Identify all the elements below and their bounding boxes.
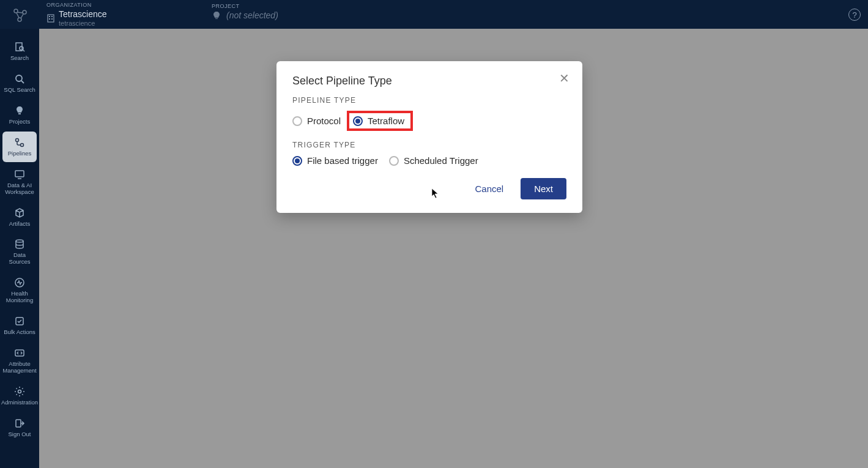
sidebar-item-projects[interactable]: Projects xyxy=(2,100,37,130)
radio-selected-icon xyxy=(353,116,363,126)
sidebar-item-label: Artifacts xyxy=(9,221,30,228)
svg-line-13 xyxy=(23,50,24,51)
pipeline-type-options: Protocol Tetraflow xyxy=(292,111,566,131)
modal-title: Select Pipeline Type xyxy=(292,75,566,87)
pipeline-type-protocol[interactable]: Protocol xyxy=(292,116,341,126)
close-icon: ✕ xyxy=(559,71,569,86)
lightbulb-icon xyxy=(212,10,221,20)
heart-pulse-icon xyxy=(13,277,26,289)
left-sidebar: Search SQL Search Projects Pipelines Dat… xyxy=(0,29,39,468)
radio-label: Protocol xyxy=(307,116,341,126)
svg-rect-8 xyxy=(51,16,53,17)
logo-icon xyxy=(11,6,28,23)
svg-rect-6 xyxy=(48,15,54,22)
sidebar-item-label: Sign Out xyxy=(9,431,31,438)
sidebar-item-label: Bulk Actions xyxy=(4,329,35,336)
svg-rect-10 xyxy=(51,18,53,20)
pipeline-type-section-label: PIPELINE TYPE xyxy=(292,96,566,105)
signout-icon xyxy=(13,417,26,429)
organization-selector[interactable]: ORGANIZATION Tetrascience tetrascience xyxy=(39,0,114,30)
stack-icon xyxy=(13,238,26,250)
sidebar-item-label: Projects xyxy=(9,119,30,125)
pipeline-type-tetraflow[interactable]: Tetraflow xyxy=(353,116,404,126)
help-button[interactable]: ? xyxy=(848,9,861,21)
trigger-type-section-label: TRIGGER TYPE xyxy=(292,141,566,149)
sidebar-item-label: Data & AI Workspace xyxy=(4,182,35,196)
lightbulb-icon xyxy=(13,105,26,117)
sidebar-item-pipelines[interactable]: Pipelines xyxy=(2,132,37,162)
code-icon xyxy=(13,347,26,359)
org-name: Tetrascience xyxy=(59,9,107,19)
svg-line-15 xyxy=(21,81,24,83)
trigger-type-file-based[interactable]: File based trigger xyxy=(292,155,378,166)
modal-footer: Cancel Next xyxy=(292,178,566,199)
sidebar-item-label: Pipelines xyxy=(8,150,32,157)
radio-unselected-icon xyxy=(292,116,302,126)
radio-label: File based trigger xyxy=(307,155,378,166)
radio-selected-icon xyxy=(292,156,302,166)
sidebar-item-data-sources[interactable]: Data Sources xyxy=(2,233,37,270)
sidebar-item-label: Health Monitoring xyxy=(4,291,35,304)
help-icon: ? xyxy=(852,10,856,20)
project-selector[interactable]: PROJECT (not selected) xyxy=(212,0,278,29)
monitor-icon xyxy=(13,168,26,180)
sidebar-item-label: Search xyxy=(10,55,29,62)
trigger-type-options: File based trigger Scheduled Trigger xyxy=(292,155,566,166)
radio-label: Scheduled Trigger xyxy=(404,155,478,166)
sidebar-item-label: Data Sources xyxy=(4,252,35,266)
sidebar-item-signout[interactable]: Sign Out xyxy=(2,412,37,443)
checklist-icon xyxy=(13,315,26,327)
svg-point-24 xyxy=(18,390,21,393)
sql-search-icon xyxy=(13,73,26,85)
svg-rect-25 xyxy=(16,420,21,427)
trigger-type-scheduled[interactable]: Scheduled Trigger xyxy=(389,155,478,166)
radio-label: Tetraflow xyxy=(368,116,404,126)
svg-line-5 xyxy=(21,14,23,18)
project-value: (not selected) xyxy=(226,10,278,20)
svg-line-4 xyxy=(17,13,19,18)
sidebar-item-bulk-actions[interactable]: Bulk Actions xyxy=(2,310,37,341)
app-logo[interactable] xyxy=(0,0,39,29)
sidebar-item-label: Administration xyxy=(1,399,38,406)
next-button[interactable]: Next xyxy=(521,178,566,199)
svg-line-3 xyxy=(17,12,23,13)
sidebar-item-health-monitoring[interactable]: Health Monitoring xyxy=(2,272,37,309)
sidebar-item-attribute-management[interactable]: Attribute Management xyxy=(2,342,37,379)
sidebar-item-administration[interactable]: Administration xyxy=(2,381,37,411)
sidebar-item-label: Attribute Management xyxy=(2,361,36,374)
project-label: PROJECT xyxy=(212,3,278,9)
top-header: ORGANIZATION Tetrascience tetrascience P… xyxy=(0,0,868,29)
svg-point-20 xyxy=(16,240,23,242)
sidebar-item-search[interactable]: Search xyxy=(2,36,37,67)
pipeline-icon xyxy=(13,136,26,149)
svg-rect-9 xyxy=(49,18,50,20)
search-doc-icon xyxy=(13,41,26,53)
sidebar-item-label: SQL Search xyxy=(4,87,35,94)
svg-rect-7 xyxy=(49,16,50,17)
sidebar-item-sql-search[interactable]: SQL Search xyxy=(2,68,37,98)
building-icon xyxy=(46,14,55,23)
sidebar-item-data-ai[interactable]: Data & AI Workspace xyxy=(2,163,37,201)
cancel-button[interactable]: Cancel xyxy=(469,179,510,199)
org-label: ORGANIZATION xyxy=(46,2,107,8)
svg-point-14 xyxy=(16,75,22,81)
select-pipeline-type-modal: ✕ Select Pipeline Type PIPELINE TYPE Pro… xyxy=(276,61,582,213)
org-sub: tetrascience xyxy=(59,20,107,27)
svg-point-16 xyxy=(16,138,19,141)
modal-close-button[interactable]: ✕ xyxy=(557,71,571,86)
radio-unselected-icon xyxy=(389,156,399,166)
highlight-annotation: Tetraflow xyxy=(347,111,413,131)
svg-rect-18 xyxy=(15,171,24,177)
svg-point-17 xyxy=(21,143,24,146)
gear-icon xyxy=(13,385,26,398)
cube-icon xyxy=(13,207,26,219)
svg-point-1 xyxy=(23,10,26,14)
sidebar-item-artifacts[interactable]: Artifacts xyxy=(2,202,37,232)
